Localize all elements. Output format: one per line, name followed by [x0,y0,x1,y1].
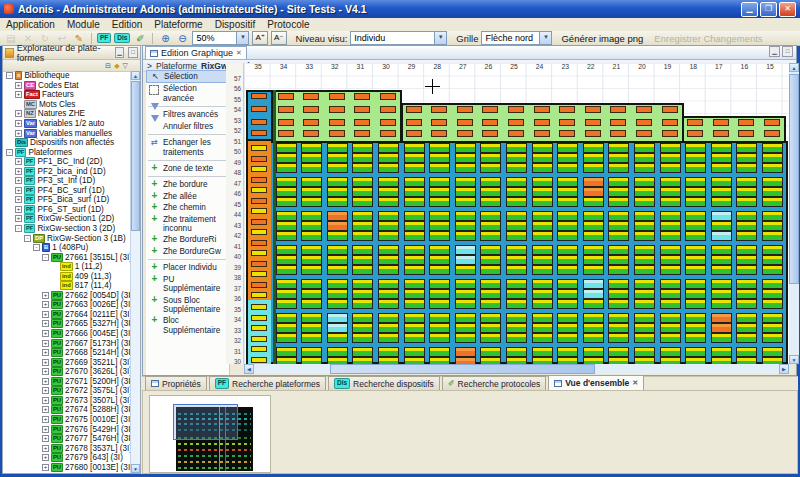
tree-item-27676-5429h-3i[interactable]: +PU27676 [5429H] (3I) [3,424,131,434]
pu-cell-body[interactable] [608,201,629,207]
pu-cell-body[interactable] [711,269,732,275]
pu-cell-body[interactable] [762,235,783,241]
pu-cell-body[interactable] [557,201,578,207]
pu-cell-body[interactable] [327,235,348,241]
expand-icon[interactable]: + [42,378,49,385]
pu-cell-body[interactable] [660,167,681,173]
pu-cell-body[interactable] [660,235,681,241]
panel-minimize-icon[interactable]: ▁ [115,47,125,58]
expand-icon[interactable]: + [15,177,22,184]
pu-cell-body[interactable] [404,235,425,241]
tool-se-lection[interactable]: ↖Sélection [146,70,229,83]
font-increase-button[interactable]: A⁺ [252,31,268,45]
tab-recherche-protocoles[interactable]: ✐Recherche protocoles [442,376,546,390]
pu-cell-body[interactable] [634,167,655,173]
chevron-down-icon[interactable]: ▼ [539,32,551,44]
expand-icon[interactable]: + [42,426,49,433]
tree-item-27671-5200h-3i[interactable]: +PU27671 [5200H] (3I) [3,377,131,387]
pu-cell-body[interactable] [532,337,553,343]
panel-minimize-icon[interactable]: ▁ [769,46,780,57]
pu-cell-body[interactable] [583,269,604,275]
tree-item-27670-3626l-3i[interactable]: +PU27670 [3626L] (3I) [3,367,131,377]
pu-cell-body[interactable] [301,201,322,207]
tool-zone-de-texte[interactable]: +Zone de texte [146,163,229,174]
pu-cell-body[interactable] [711,303,732,309]
expand-icon[interactable]: + [42,311,49,318]
expand-icon[interactable]: + [42,301,49,308]
tree-item-mots-cles[interactable]: MCMots Cles [3,100,131,110]
expand-icon[interactable]: + [15,206,22,213]
tool-zhe-traitement-inconnu[interactable]: +Zhe traitement inconnu [146,214,229,235]
tree-item-rixgw-section-3-2d[interactable]: -PFRixGw-section 3 (2D) [3,224,131,234]
pu-cell-body[interactable] [404,303,425,309]
pu-cell-body[interactable] [301,269,322,275]
pu-cell-body[interactable] [480,337,501,343]
tree-scrollbar[interactable]: ▲ ▼ [130,71,140,473]
tree-item-pf2-bica-ind-1d[interactable]: +PFPF2_bica_ind (1D) [3,166,131,176]
zoom-in-icon[interactable]: ⊕ [158,32,172,45]
menu-edition[interactable]: Edition [112,19,143,30]
tree-item-bibliotheque[interactable]: -≡Bibliotheque [3,71,131,81]
expand-icon[interactable]: + [42,330,49,337]
generate-png-button[interactable]: Générer image png [561,33,643,44]
pu-cell-body[interactable] [762,201,783,207]
expand-icon[interactable]: + [15,91,22,98]
tree-item-1-408pu[interactable]: -B1 (408Pu) [3,243,131,253]
pu-cell-body[interactable] [532,303,553,309]
menu-module[interactable]: Module [67,19,100,30]
tree-item-pf4-bc-surf-1d[interactable]: +PFPF4_BC_surf (1D) [3,186,131,196]
overview-viewport-rect[interactable] [173,404,238,440]
pu-cell-body[interactable] [429,269,450,275]
scroll-down-icon[interactable]: ▼ [131,464,140,473]
pu-cell-body[interactable] [506,303,527,309]
pu-cell-body[interactable] [301,337,322,343]
tree-item-pf1-bc-ind-2d[interactable]: +PFPF1_BC_Ind (2D) [3,157,131,167]
scroll-thumb[interactable] [330,364,595,374]
tree-item-variables-1-2-auto[interactable]: +VarVariables 1/2 auto [3,119,131,129]
expand-icon[interactable]: + [15,187,22,194]
scroll-up-icon[interactable]: ▲ [131,71,140,80]
pu-cell-body[interactable] [327,303,348,309]
tab-proprie-te-s[interactable]: Propriétés [145,376,207,390]
tree-item-817-11-4[interactable]: ind817 (11,4) [3,281,131,291]
maximize-button[interactable]: ❐ [760,2,777,17]
scroll-right-icon[interactable]: ▶ [779,364,789,374]
expand-icon[interactable]: + [15,110,22,117]
collapse-icon[interactable]: - [24,235,31,242]
pu-cell-body[interactable] [378,303,399,309]
zoom-out-icon[interactable]: ⊖ [175,32,189,45]
pu-cell-body[interactable] [506,337,527,343]
pu-cell-body[interactable] [301,235,322,241]
pu-cell-body[interactable] [762,337,783,343]
close-button[interactable]: ✕ [779,2,796,17]
pu-cell-body[interactable] [557,235,578,241]
pu-cell-body[interactable] [685,337,706,343]
pu-cell-body[interactable] [276,235,297,241]
pu-cell-body[interactable] [378,167,399,173]
pu-cell-body[interactable] [429,337,450,343]
expand-icon[interactable]: + [15,158,22,165]
panel-maximize-icon[interactable]: □ [128,47,138,58]
menu-application[interactable]: Application [6,19,55,30]
tab-vue-d-ensemble[interactable]: Vue d'ensemble✕ [548,375,644,390]
tree-item-rixgw-section-3-1b[interactable]: -DPRixGw-Section 3 (1B) [3,233,131,243]
pu-cell-body[interactable] [455,303,476,309]
tree-item-pf6-st-surf-1d[interactable]: +PFPF6_ST_surf (1D) [3,205,131,215]
tool-echanger-les-traitements[interactable]: ⇄Echanger les traitements [146,137,229,158]
chevron-down-icon[interactable]: ▼ [434,32,446,44]
pu-cell-body[interactable] [685,303,706,309]
tree-item-rixgw-section1-2d[interactable]: +PFRixGw-Section1 (2D) [3,214,131,224]
pu-cell-body[interactable] [583,235,604,241]
font-decrease-button[interactable]: A⁻ [271,31,287,45]
scroll-left-icon[interactable]: ◀ [244,364,254,374]
canvas-vertical-scrollbar[interactable]: ▲ ▼ [789,63,799,364]
pu-cell-body[interactable] [480,167,501,173]
pu-cell-body[interactable] [736,167,757,173]
tree-item-409-11-3[interactable]: ind409 (11,3) [3,271,131,281]
expand-icon[interactable]: + [42,445,49,452]
tree-item-facteurs[interactable]: +FactFacteurs [3,90,131,100]
pu-cell-body[interactable] [583,303,604,309]
niveau-visu-combo[interactable]: Individu▼ [350,31,447,45]
pu-cell-body[interactable] [506,235,527,241]
pu-cell-body[interactable] [276,269,297,275]
